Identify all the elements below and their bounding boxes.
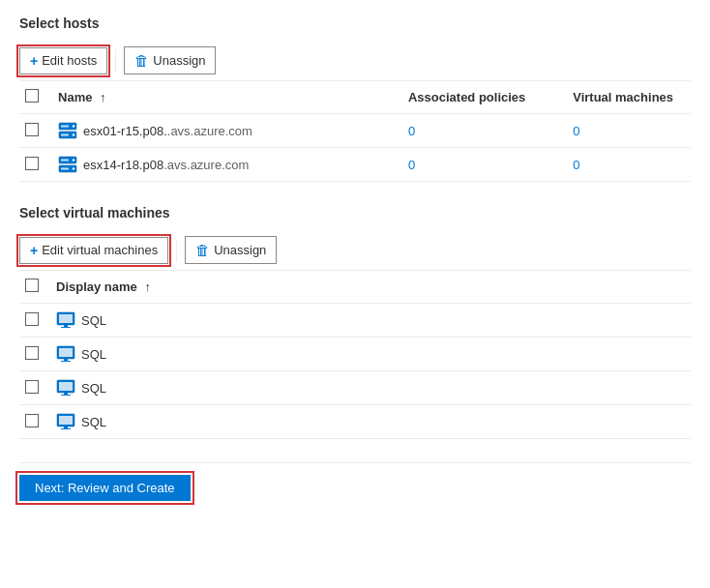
host-name-1: esx14-r18.p08 (83, 158, 163, 172)
vm-name-3: SQL (81, 415, 106, 429)
host-vms-link-0[interactable]: 0 (573, 124, 579, 138)
vms-unassign-label: Unassign (214, 243, 266, 257)
hosts-table: Name ↑ Associated policies Virtual machi… (19, 81, 691, 182)
next-label: Next: Review and Create (35, 481, 175, 495)
svg-point-9 (73, 167, 74, 169)
host-checkbox-1[interactable] (25, 157, 39, 170)
hosts-col-vms: Virtual machines (567, 81, 691, 114)
vm-name-1: SQL (81, 347, 106, 362)
trash-icon: 🗑 (134, 52, 149, 69)
table-row: SQL (19, 405, 691, 439)
svg-rect-22 (64, 393, 68, 395)
svg-rect-10 (61, 160, 69, 162)
edit-hosts-label: Edit hosts (42, 53, 97, 68)
svg-rect-25 (59, 416, 73, 425)
host-policies-link-1[interactable]: 0 (408, 158, 415, 172)
host-checkbox-0[interactable] (25, 123, 39, 136)
hosts-unassign-label: Unassign (153, 53, 205, 68)
plus-icon: + (30, 53, 38, 69)
vm-name-0: SQL (81, 313, 106, 328)
table-row: esx01-r15.p08. .avs.azure.com 0 0 (19, 114, 691, 148)
vms-unassign-button[interactable]: 🗑 Unassign (185, 236, 277, 264)
edit-vms-button[interactable]: + Edit virtual machines (19, 237, 168, 264)
svg-point-2 (73, 125, 74, 127)
hosts-unassign-button[interactable]: 🗑 Unassign (124, 46, 216, 74)
next-review-create-button[interactable]: Next: Review and Create (19, 475, 191, 501)
svg-point-3 (73, 133, 74, 135)
svg-rect-18 (64, 359, 68, 361)
svg-rect-26 (64, 426, 68, 428)
hosts-section-title: Select hosts (19, 15, 691, 31)
table-row: SQL (19, 304, 691, 338)
vms-select-all-checkbox[interactable] (25, 279, 39, 292)
host-vms-link-1[interactable]: 0 (573, 158, 579, 172)
vm-icon-0 (56, 311, 75, 329)
vm-icon-1 (56, 345, 75, 363)
vms-col-name: Display name ↑ (50, 271, 691, 304)
host-icon-0 (58, 122, 77, 139)
table-row: SQL (19, 338, 691, 371)
vm-checkbox-0[interactable] (25, 312, 39, 326)
svg-rect-14 (64, 325, 68, 327)
vms-trash-icon: 🗑 (195, 242, 210, 258)
vm-icon-2 (56, 379, 75, 397)
vms-toolbar: + Edit virtual machines 🗑 Unassign (19, 230, 691, 271)
vm-checkbox-2[interactable] (25, 380, 39, 394)
svg-rect-5 (61, 134, 69, 136)
svg-rect-21 (59, 382, 73, 391)
vms-toolbar-divider (176, 239, 177, 262)
svg-rect-11 (61, 168, 69, 170)
host-policies-link-0[interactable]: 0 (408, 124, 415, 138)
svg-rect-23 (61, 395, 71, 396)
svg-rect-15 (61, 327, 71, 328)
svg-rect-17 (59, 348, 73, 357)
host-suffix-1: .avs.azure.com (163, 158, 249, 172)
table-row: SQL (19, 371, 691, 405)
svg-rect-13 (59, 314, 73, 323)
edit-hosts-button[interactable]: + Edit hosts (19, 47, 107, 74)
host-icon-1 (58, 156, 77, 173)
svg-rect-4 (61, 126, 69, 128)
sort-asc-icon: ↑ (100, 90, 106, 104)
svg-point-8 (73, 159, 74, 161)
plus-icon-vms: + (30, 243, 38, 258)
hosts-select-all-checkbox[interactable] (25, 89, 39, 103)
host-name-0: esx01-r15.p08. (83, 124, 167, 138)
vm-checkbox-1[interactable] (25, 346, 39, 360)
hosts-col-name: Name ↑ (52, 81, 402, 114)
vms-section: Select virtual machines + Edit virtual m… (19, 205, 691, 439)
vm-name-2: SQL (81, 381, 106, 396)
hosts-table-container: Name ↑ Associated policies Virtual machi… (19, 81, 691, 182)
toolbar-divider (115, 49, 116, 73)
hosts-toolbar: + Edit hosts 🗑 Unassign (19, 41, 691, 81)
table-row: esx14-r18.p08.avs.azure.com 0 0 (19, 148, 691, 182)
vm-icon-3 (56, 413, 75, 430)
vms-table-container: Display name ↑ SQL (19, 271, 691, 439)
hosts-col-policies: Associated policies (402, 81, 567, 114)
edit-vms-label: Edit virtual machines (42, 243, 158, 257)
vms-sort-asc-icon: ↑ (144, 279, 151, 294)
footer: Next: Review and Create (19, 462, 691, 501)
svg-rect-19 (61, 361, 71, 362)
host-suffix-0: .avs.azure.com (167, 124, 252, 138)
vms-table: Display name ↑ SQL (19, 271, 691, 439)
svg-rect-27 (61, 428, 71, 429)
vms-section-title: Select virtual machines (19, 205, 691, 220)
hosts-section: Select hosts + Edit hosts 🗑 Unassign Nam… (19, 15, 691, 182)
vm-checkbox-3[interactable] (25, 414, 39, 427)
